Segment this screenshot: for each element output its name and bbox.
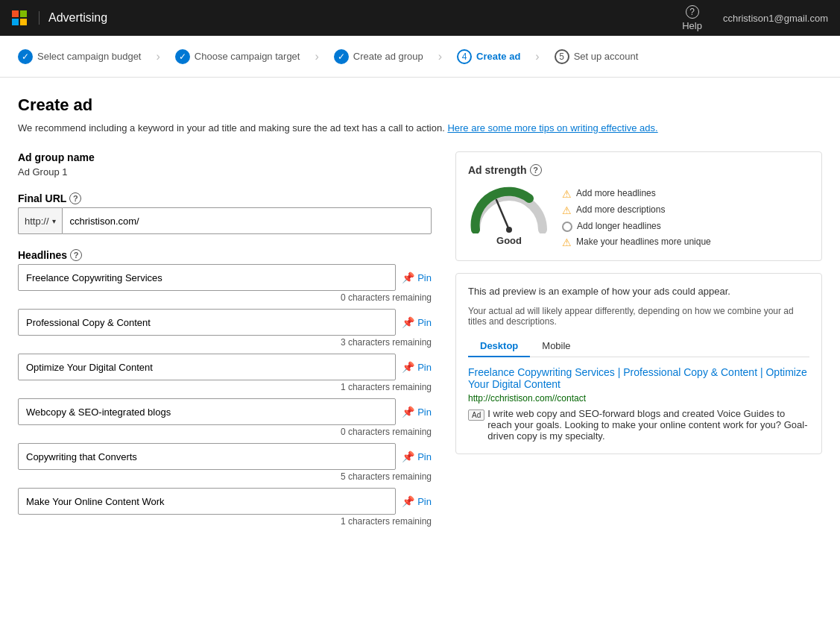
preview-tabs: Desktop Mobile: [468, 336, 809, 357]
form-section: Ad group name Ad Group 1 Final URL ? htt…: [18, 151, 822, 542]
warn-icon-0: ⚠: [562, 188, 572, 200]
pin-button-1[interactable]: 📌 Pin: [402, 316, 432, 328]
help-label: Help: [682, 20, 702, 31]
step-target[interactable]: ✓ Choose campaign target: [163, 49, 312, 64]
pin-icon-0: 📌: [402, 272, 414, 283]
ad-strength-title: Ad strength ?: [468, 164, 809, 176]
headline-input-3[interactable]: [18, 398, 396, 425]
headline-input-0[interactable]: [18, 264, 396, 291]
tips-link[interactable]: Here are some more tips on writing effec…: [447, 122, 657, 134]
char-remaining-5: 1 characters remaining: [18, 516, 432, 527]
headlines-group: Headlines ? 📌 Pin 0 characters remaining: [18, 249, 432, 527]
headline-row-0: 📌 Pin: [18, 264, 432, 291]
pin-icon-1: 📌: [402, 316, 414, 328]
headlines-info-icon[interactable]: ?: [70, 249, 82, 261]
pin-button-3[interactable]: 📌 Pin: [402, 406, 432, 418]
step-adgroup[interactable]: ✓ Create ad group: [322, 49, 435, 64]
sep-2: ›: [312, 50, 321, 63]
ad-preview-panel: This ad preview is an example of how you…: [455, 273, 822, 454]
preview-intro: This ad preview is an example of how you…: [468, 286, 809, 297]
page-description: We recommend including a keyword in your…: [18, 122, 822, 134]
tip-0: ⚠ Add more headlines: [562, 188, 809, 200]
preview-body: I write web copy and SEO-forward blogs a…: [487, 408, 809, 442]
headline-group-5: 📌 Pin 1 characters remaining: [18, 488, 432, 527]
pin-button-5[interactable]: 📌 Pin: [402, 495, 432, 507]
char-remaining-0: 0 characters remaining: [18, 292, 432, 303]
svg-line-0: [496, 200, 509, 230]
tab-desktop[interactable]: Desktop: [468, 336, 530, 357]
step-check-adgroup: ✓: [334, 49, 349, 64]
headline-input-2[interactable]: [18, 354, 396, 380]
user-email: cchristison1@gmail.com: [723, 13, 828, 24]
headline-group-3: 📌 Pin 0 characters remaining: [18, 398, 432, 437]
sep-3: ›: [435, 50, 445, 63]
headline-input-4[interactable]: [18, 443, 396, 470]
char-remaining-4: 5 characters remaining: [18, 471, 432, 482]
headline-input-1[interactable]: [18, 309, 396, 336]
preview-note: Your actual ad will likely appear differ…: [468, 306, 809, 327]
headline-input-5[interactable]: [18, 488, 396, 515]
ad-badge: Ad: [468, 409, 484, 421]
sep-4: ›: [532, 50, 542, 63]
page-title: Create ad: [18, 95, 822, 115]
circle-icon-2: [562, 222, 572, 232]
ad-group-name-value: Ad Group 1: [18, 166, 432, 178]
sep-1: ›: [153, 50, 162, 63]
step-label-createad: Create ad: [476, 51, 520, 62]
pin-button-0[interactable]: 📌 Pin: [402, 272, 432, 283]
warn-icon-3: ⚠: [562, 236, 572, 248]
step-label-target: Choose campaign target: [195, 51, 300, 62]
main-content: Create ad We recommend including a keywo…: [0, 78, 840, 559]
gauge-label: Good: [496, 235, 522, 246]
url-row: http:// ▾: [18, 207, 432, 234]
chevron-down-icon: ▾: [52, 217, 56, 225]
headline-group-2: 📌 Pin 1 characters remaining: [18, 354, 432, 392]
pin-button-2[interactable]: 📌 Pin: [402, 361, 432, 373]
step-label-adgroup: Create ad group: [353, 51, 423, 62]
tip-text-1: Add more descriptions: [576, 204, 665, 215]
pin-icon-5: 📌: [402, 495, 414, 507]
preview-ad-title[interactable]: Freelance Copywriting Services | Profess…: [468, 366, 809, 390]
headline-group-1: 📌 Pin 3 characters remaining: [18, 309, 432, 348]
step-check-budget: ✓: [18, 49, 33, 64]
step-createad[interactable]: 4 Create ad: [445, 49, 532, 64]
char-remaining-2: 1 characters remaining: [18, 382, 432, 392]
gauge-svg: [468, 185, 550, 233]
pin-icon-4: 📌: [402, 451, 414, 462]
preview-ad-row: Ad I write web copy and SEO-forward blog…: [468, 408, 809, 442]
url-protocol-value: http://: [25, 216, 49, 227]
headline-row-3: 📌 Pin: [18, 398, 432, 425]
steps-bar: ✓ Select campaign budget › ✓ Choose camp…: [0, 36, 840, 78]
tip-text-2: Add longer headlines: [577, 221, 661, 231]
step-label-account: Set up account: [574, 51, 639, 62]
top-navigation: Advertising ? Help cchristison1@gmail.co…: [0, 0, 840, 36]
svg-point-1: [506, 227, 512, 233]
ad-strength-panel: Ad strength ? Good: [455, 151, 822, 261]
brand-name: Advertising: [39, 11, 107, 25]
pin-button-4[interactable]: 📌 Pin: [402, 451, 432, 462]
headline-row-4: 📌 Pin: [18, 443, 432, 470]
preview-url: http://cchristison.com//contact: [468, 393, 809, 404]
final-url-info-icon[interactable]: ?: [69, 192, 81, 204]
char-remaining-3: 0 characters remaining: [18, 427, 432, 437]
gauge-wrap: Good: [468, 185, 550, 246]
help-icon: ?: [686, 5, 699, 19]
ad-strength-info-icon[interactable]: ?: [530, 164, 542, 176]
step-check-target: ✓: [175, 49, 190, 64]
url-protocol-dropdown[interactable]: http:// ▾: [18, 207, 62, 234]
pin-icon-3: 📌: [402, 406, 414, 418]
tip-1: ⚠ Add more descriptions: [562, 204, 809, 216]
step-account[interactable]: 5 Set up account: [543, 49, 651, 64]
help-button[interactable]: ? Help: [682, 5, 702, 31]
step-budget[interactable]: ✓ Select campaign budget: [18, 49, 153, 64]
form-right: Ad strength ? Good: [455, 151, 822, 466]
headline-group-4: 📌 Pin 5 characters remaining: [18, 443, 432, 482]
ad-group-name-group: Ad group name Ad Group 1: [18, 151, 432, 178]
final-url-input[interactable]: [62, 207, 432, 234]
tip-text-0: Add more headlines: [576, 188, 656, 198]
char-remaining-1: 3 characters remaining: [18, 337, 432, 348]
strength-tips: ⚠ Add more headlines ⚠ Add more descript…: [562, 185, 809, 248]
tip-2: Add longer headlines: [562, 221, 809, 232]
tab-mobile[interactable]: Mobile: [530, 336, 582, 357]
headline-group-0: 📌 Pin 0 characters remaining: [18, 264, 432, 303]
